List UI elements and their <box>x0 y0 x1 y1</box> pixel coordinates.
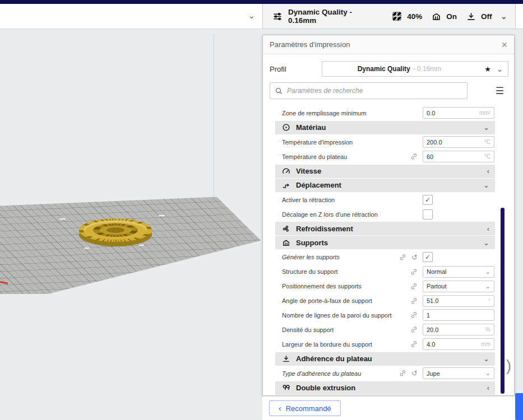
setting-label: Positionnement des supports <box>282 283 362 290</box>
link-icon <box>410 326 418 333</box>
setting-unit: % <box>485 326 490 333</box>
setting-row-support-structure: Structure du support Normal ⌄ <box>263 264 514 279</box>
fan-icon <box>282 225 290 233</box>
revert-icon[interactable]: ↺ <box>411 370 418 377</box>
setting-value-field[interactable]: 20.0 % <box>423 324 494 335</box>
model-3d-gear-hole[interactable] <box>107 227 124 233</box>
summary-infill-value: 40% <box>407 12 422 21</box>
setting-unit: °C <box>484 139 490 145</box>
panel-footer: ‹ Recommandé <box>262 396 523 420</box>
setting-value-field[interactable]: 60 °C <box>423 151 494 162</box>
setting-value: 20.0 <box>427 326 438 333</box>
section-header-adhesion[interactable]: Adhérence du plateau ⌄ <box>275 352 495 366</box>
chevron-icon: ‹ <box>487 225 489 233</box>
setting-row-adhesion-type: Type d'adhérence du plateau ↺ Jupe ⌄ <box>263 366 514 381</box>
setting-row-z-hop: Décalage en Z lors d'une rétraction <box>263 207 514 222</box>
link-icon <box>410 297 418 305</box>
setting-dropdown[interactable]: Normal ⌄ <box>423 266 494 278</box>
setting-label: Activer la rétraction <box>282 197 335 203</box>
panel-header: Paramètres d'impression × <box>263 35 514 54</box>
section-header-support[interactable]: Supports ⌄ <box>275 236 495 249</box>
profile-dropdown[interactable]: Dynamic Quality - 0.16mm ★ ⌄ <box>322 61 508 77</box>
panel-title: Paramètres d'impression <box>270 40 350 49</box>
checkbox[interactable]: ✓ <box>423 252 433 262</box>
title-bar-strip <box>0 0 523 4</box>
section-header-material[interactable]: Matériau ⌄ <box>275 121 495 134</box>
chevron-down-icon: ⌄ <box>497 65 503 73</box>
print-settings-panel: Paramètres d'impression × Profil Dynamic… <box>262 35 515 396</box>
build-volume-edge <box>214 34 214 197</box>
scrollbar-thumb[interactable] <box>501 208 505 394</box>
setting-value: 60 <box>427 153 433 160</box>
section-header-travel[interactable]: Déplacement ⌄ <box>275 179 495 192</box>
section-label: Vitesse <box>296 167 321 175</box>
setting-label: Type d'adhérence du plateau <box>282 370 361 377</box>
link-icon <box>410 153 418 160</box>
toolbar-collapse-chevron-icon[interactable]: ⌄ <box>248 11 255 21</box>
close-icon[interactable]: × <box>501 40 507 50</box>
checkmark: ✓ <box>425 196 431 204</box>
setting-label: Densité du support <box>282 326 334 333</box>
checkbox[interactable]: ✓ <box>423 195 433 205</box>
setting-label: Nombre de lignes de la paroi du support <box>282 312 392 319</box>
print-settings-summary-button[interactable]: Dynamic Quality - 0.16mm 40% On Off ⌄ <box>262 4 516 29</box>
setting-value-field[interactable]: 1 <box>423 309 494 321</box>
setting-unit: ° <box>488 298 490 304</box>
recommended-label: Recommandé <box>286 404 331 413</box>
summary-chevron-icon: ⌄ <box>500 11 507 21</box>
sliders-icon <box>272 12 283 21</box>
setting-row-generate-support: Générer les supports ↺ ✓ <box>263 250 514 264</box>
dropdown-value: Jupe <box>427 370 440 377</box>
section-header-cooling[interactable]: Refroidissement ‹ <box>275 222 495 235</box>
checkbox[interactable] <box>423 209 433 220</box>
section-header-speed[interactable]: Vitesse ‹ <box>275 165 495 178</box>
setting-label: Zone de remplissage minimum <box>282 110 366 116</box>
section-label: Matériau <box>296 123 326 132</box>
adhesion-icon <box>466 12 476 21</box>
profile-label: Profil <box>270 65 286 73</box>
setting-row-support-wall-count: Nombre de lignes de la paroi du support … <box>263 308 514 323</box>
setting-value-field[interactable]: 51.0 ° <box>423 295 494 307</box>
action-panel-edge[interactable] <box>515 393 523 420</box>
setting-row-minimum-infill-area: Zone de remplissage minimum 0.0 mm² <box>263 106 514 120</box>
setting-row-print-temperature: Température d'impression 200.0 °C <box>263 135 514 150</box>
setting-label: Structure du support <box>282 268 338 275</box>
setting-row-support-density: Densité du support 20.0 % <box>263 323 514 337</box>
dual-extrusion-icon <box>282 384 290 392</box>
chevron-icon: ‹ <box>487 384 489 392</box>
chevron-icon: ‹ <box>487 167 489 175</box>
setting-label: Largeur de la bordure du support <box>282 341 372 348</box>
link-icon <box>410 311 418 319</box>
setting-label: Générer les supports <box>282 254 340 260</box>
setting-row-support-placement: Positionnement des supports Partout ⌄ <box>263 279 514 293</box>
link-icon <box>410 268 418 276</box>
summary-adhesion-value: Off <box>481 12 492 21</box>
section-header-dual-extrusion[interactable]: Double extrusion ‹ <box>275 381 495 395</box>
setting-label: Angle de porte-à-faux de support <box>282 297 372 304</box>
link-icon <box>399 254 406 261</box>
link-icon <box>410 283 418 290</box>
setting-value: 0.0 <box>427 110 435 116</box>
chevron-down-icon: ⌄ <box>485 268 490 276</box>
setting-value-field[interactable]: 200.0 °C <box>423 136 494 148</box>
chevron-icon: ⌄ <box>483 239 489 247</box>
setting-value-field[interactable]: 0.0 mm² <box>423 107 494 119</box>
setting-dropdown[interactable]: Partout ⌄ <box>423 281 494 292</box>
chevron-down-icon: ⌄ <box>485 370 490 377</box>
setting-value: 4.0 <box>427 341 435 348</box>
search-input[interactable] <box>287 83 461 99</box>
settings-menu-icon[interactable]: ☰ <box>496 85 504 97</box>
adhesion-icon <box>282 354 290 363</box>
profile-name: Dynamic Quality <box>358 65 410 73</box>
application-window: ⌄ Dynamic Quality - 0.16mm 40% On <box>0 0 523 420</box>
star-icon[interactable]: ★ <box>484 65 491 73</box>
recommended-mode-button[interactable]: ‹ Recommandé <box>269 400 341 416</box>
setting-unit: °C <box>484 153 490 160</box>
revert-icon[interactable]: ↺ <box>411 254 418 261</box>
section-label: Adhérence du plateau <box>296 354 372 363</box>
chevron-icon: ⌄ <box>483 181 489 189</box>
setting-value-field[interactable]: 4.0 mm <box>423 338 494 350</box>
plate-marker <box>59 218 66 220</box>
setting-dropdown[interactable]: Jupe ⌄ <box>423 367 494 379</box>
setting-label: Décalage en Z lors d'une rétraction <box>282 211 378 218</box>
